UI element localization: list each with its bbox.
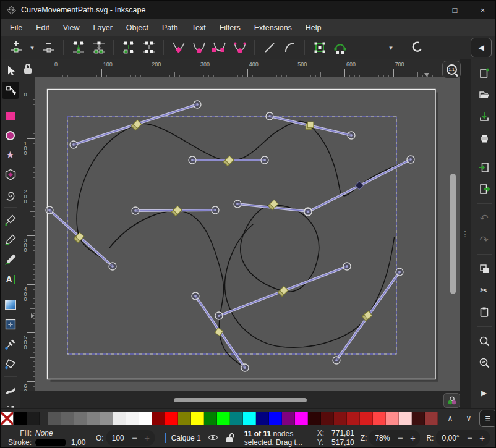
palette-swatch[interactable] — [48, 412, 61, 425]
layer-unlock-icon[interactable] — [226, 433, 236, 443]
redo-button[interactable]: ↷ — [475, 230, 494, 249]
bezier-path[interactable] — [241, 205, 319, 292]
palette-swatch[interactable] — [14, 412, 27, 425]
palette-swatch[interactable] — [334, 412, 347, 425]
dropper-tool[interactable] — [2, 336, 19, 353]
palette-swatch[interactable] — [256, 412, 269, 425]
palette-swatch[interactable] — [27, 412, 40, 425]
palette-swatch[interactable] — [282, 412, 295, 425]
spiral-tool[interactable] — [2, 186, 19, 203]
panel-grip-handle[interactable]: ⋮ — [460, 229, 471, 239]
fill-stroke-indicator[interactable]: Fill: None Stroke: 1,00 — [4, 429, 92, 447]
menu-object[interactable]: Object — [119, 21, 155, 35]
paste-button[interactable] — [475, 303, 494, 321]
rotation-value[interactable]: 0,00° — [437, 434, 463, 442]
snap-settings-button[interactable] — [406, 38, 426, 57]
palette-swatch[interactable] — [230, 412, 243, 425]
collapse-toolbar-button[interactable]: ◀ — [471, 38, 492, 57]
mesh-gradient-tool[interactable] — [2, 316, 19, 333]
menu-file[interactable]: File — [3, 21, 29, 35]
palette-swatch[interactable] — [269, 412, 282, 425]
rectangle-tool[interactable] — [2, 107, 19, 124]
palette-scroll-down[interactable]: ∨ — [460, 414, 478, 423]
new-document-button[interactable] — [475, 64, 494, 83]
path-node[interactable] — [307, 122, 314, 128]
palette-swatch[interactable] — [191, 412, 204, 425]
box-3d-tool[interactable] — [2, 166, 19, 184]
palette-swatch[interactable] — [412, 412, 425, 425]
opacity-increase-button[interactable]: + — [141, 433, 153, 443]
maximize-button[interactable]: □ — [441, 1, 469, 19]
corner-node-button[interactable] — [168, 38, 189, 57]
tweak-tool[interactable] — [2, 381, 19, 398]
palette-swatch[interactable] — [178, 412, 191, 425]
cut-button[interactable]: ✂ — [475, 281, 494, 300]
undo-button[interactable]: ↶ — [475, 209, 494, 227]
menu-help[interactable]: Help — [299, 21, 328, 35]
ellipse-tool[interactable] — [2, 127, 19, 144]
insert-node-button[interactable] — [6, 38, 26, 57]
calligraphy-tool[interactable] — [2, 251, 19, 268]
object-to-path-button[interactable] — [309, 38, 330, 57]
palette-swatch[interactable] — [217, 412, 230, 425]
palette-swatch[interactable] — [139, 412, 152, 425]
menu-extensions[interactable]: Extensions — [247, 21, 299, 35]
palette-swatch[interactable] — [74, 412, 87, 425]
text-tool[interactable]: A — [2, 271, 19, 288]
menu-path[interactable]: Path — [155, 21, 185, 35]
palette-swatch[interactable] — [204, 412, 217, 425]
print-document-button[interactable] — [475, 129, 494, 148]
open-document-button[interactable] — [475, 86, 494, 104]
menu-text[interactable]: Text — [185, 21, 213, 35]
join-with-segment-button[interactable] — [118, 38, 139, 57]
fill-value[interactable]: None — [35, 429, 67, 437]
menu-view[interactable]: View — [56, 21, 87, 35]
menu-edit[interactable]: Edit — [29, 21, 56, 35]
stroke-color-swatch[interactable] — [35, 439, 66, 446]
gradient-tool[interactable] — [2, 296, 19, 313]
quick-zoom-button[interactable]: 1:1 — [442, 61, 461, 78]
palette-swatch[interactable] — [87, 412, 100, 425]
color-management-button[interactable] — [443, 393, 460, 408]
stroke-to-path-button[interactable] — [330, 38, 350, 57]
palette-swatch[interactable] — [360, 412, 373, 425]
palette-swatch[interactable] — [126, 412, 139, 425]
zoom-decrease-button[interactable]: − — [394, 433, 406, 443]
palette-swatch[interactable] — [152, 412, 165, 425]
auto-smooth-node-button[interactable] — [229, 38, 250, 57]
star-tool[interactable]: ★ — [2, 146, 19, 164]
opacity-value[interactable]: 100 — [108, 434, 129, 442]
ruler-corner[interactable] — [20, 59, 35, 77]
vertical-scrollbar[interactable] — [450, 174, 456, 294]
node-editor-tool[interactable] — [2, 82, 19, 99]
delete-node-button[interactable] — [38, 38, 59, 57]
rotation-decrease-button[interactable]: − — [464, 433, 476, 443]
palette-swatch[interactable] — [295, 412, 308, 425]
rotation-increase-button[interactable]: + — [476, 433, 489, 443]
palette-scroll-up[interactable]: ∧ — [441, 414, 460, 423]
palette-swatch[interactable] — [373, 412, 386, 425]
horizontal-ruler[interactable]: 0100200300400500600700800 — [35, 59, 443, 77]
stroke-width-value[interactable]: 1,00 — [71, 438, 92, 447]
selection-rubberband[interactable] — [67, 117, 396, 354]
show-dialogs-button[interactable]: ▶ — [475, 384, 494, 402]
pen-tool[interactable] — [2, 211, 19, 229]
palette-swatch-none[interactable] — [1, 412, 14, 425]
menu-layer[interactable]: Layer — [87, 21, 119, 35]
zoom-value[interactable]: 78% — [370, 434, 394, 442]
paint-bucket-tool[interactable] — [2, 355, 19, 373]
delete-segment-button[interactable] — [139, 38, 159, 57]
zoom-selection-button[interactable] — [475, 332, 494, 350]
palette-swatch[interactable] — [100, 412, 113, 425]
horizontal-scrollbar[interactable] — [174, 398, 307, 402]
palette-swatch[interactable] — [165, 412, 178, 425]
toolbar-options-caret[interactable]: ▾ — [385, 44, 397, 52]
import-document-button[interactable] — [475, 158, 494, 177]
smooth-node-button[interactable] — [189, 38, 209, 57]
vertical-ruler[interactable]: 0100200300400500600 — [20, 77, 35, 391]
palette-swatch[interactable] — [386, 412, 399, 425]
pencil-tool[interactable] — [2, 231, 19, 248]
opacity-decrease-button[interactable]: − — [129, 433, 141, 443]
symmetric-node-button[interactable] — [209, 38, 229, 57]
save-document-button[interactable] — [475, 108, 494, 126]
